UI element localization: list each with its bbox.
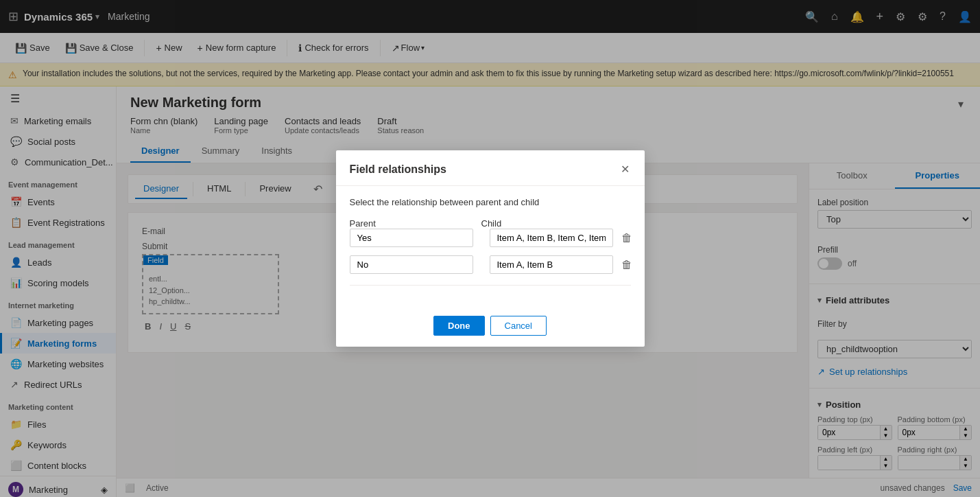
modal-row1-delete-button[interactable]: 🗑	[621, 232, 632, 244]
modal-child-col-header: Child	[481, 218, 612, 229]
field-relationships-modal: Field relationships ✕ Select the relatio…	[336, 150, 645, 347]
modal-cancel-button[interactable]: Cancel	[490, 316, 547, 336]
modal-overlay: Field relationships ✕ Select the relatio…	[0, 0, 980, 497]
modal-row2-child-input[interactable]	[490, 255, 613, 274]
modal-header: Field relationships ✕	[336, 150, 645, 186]
modal-child-label: Child	[481, 218, 502, 229]
modal-close-button[interactable]: ✕	[619, 161, 631, 177]
modal-parent-label: Parent	[350, 218, 376, 229]
modal-done-button[interactable]: Done	[433, 316, 485, 336]
modal-title: Field relationships	[350, 163, 446, 176]
modal-row2-delete-button[interactable]: 🗑	[621, 259, 632, 271]
modal-row-2: 🗑	[350, 255, 631, 274]
modal-parent-col-header: Parent	[350, 218, 473, 229]
modal-row1-child-input[interactable]	[490, 229, 613, 247]
modal-body: Select the relationship between parent a…	[336, 186, 645, 308]
modal-row-1: 🗑	[350, 229, 631, 247]
modal-row1-parent-input[interactable]	[350, 229, 473, 247]
modal-column-headers: Parent Child	[350, 218, 631, 229]
modal-subtitle: Select the relationship between parent a…	[350, 197, 631, 207]
modal-separator	[350, 285, 631, 286]
modal-row2-parent-input[interactable]	[350, 255, 473, 274]
modal-footer: Done Cancel	[336, 308, 645, 347]
